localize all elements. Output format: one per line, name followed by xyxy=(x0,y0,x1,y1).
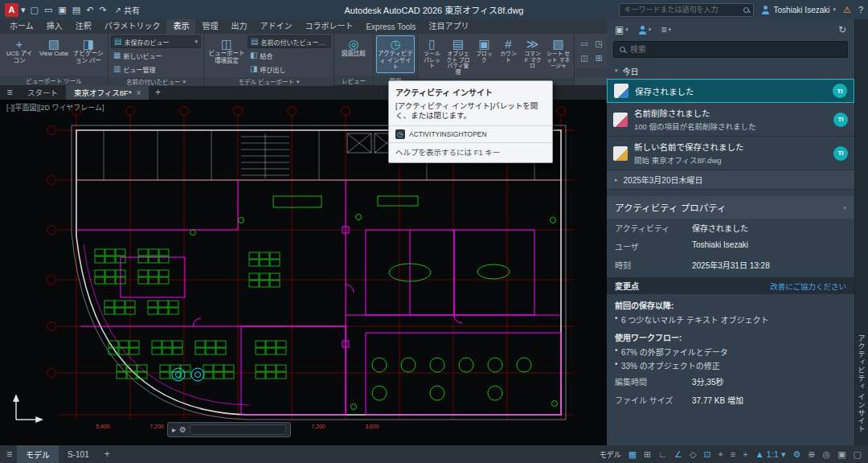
tab-view[interactable]: 表示 xyxy=(166,18,195,34)
tab-start[interactable]: スタート xyxy=(19,85,66,100)
ribbon-mini-icon[interactable]: ◳ xyxy=(592,37,605,50)
list-filter-icon[interactable]: ≡▾ xyxy=(661,24,671,35)
statusbar: ≡ モデル S-101 + モデル ▦ ⊞ ∟ ∠ ◇ ⊡ ⌖ ≡ + ▲ 1:… xyxy=(0,445,868,463)
ucs-icon-button[interactable]: +UCS アイコン xyxy=(2,35,36,66)
tool-palette-icon: ▯ xyxy=(428,37,435,51)
polar-icon[interactable]: ∠ xyxy=(674,449,682,460)
help-search-box[interactable] xyxy=(619,3,754,17)
tab-addins[interactable]: アドイン xyxy=(253,18,298,34)
app-menu-chevron-icon[interactable]: ▾ xyxy=(21,5,26,15)
user-filter-icon[interactable]: ▾ xyxy=(638,26,652,35)
count-button[interactable]: #カウント xyxy=(497,35,520,64)
tab-drawing[interactable]: 東京オフィス8F* × xyxy=(66,85,149,100)
palette-search-input[interactable] xyxy=(630,45,841,54)
properties-button[interactable]: ▤オブジェクト プロパティ管理 xyxy=(444,35,472,76)
undo-icon[interactable]: ↶ xyxy=(86,5,93,15)
named-viewport-dropdown[interactable]: ▤ 名前の付いたビューポート xyxy=(248,35,331,48)
help-search-input[interactable] xyxy=(624,6,739,14)
avatar: TI xyxy=(833,84,847,98)
join-viewport-button[interactable]: ◧ 結合 xyxy=(248,49,331,62)
palette-search-box[interactable] xyxy=(613,41,848,58)
viewport-config-button[interactable]: ◫ビューポート環境設定 xyxy=(207,35,247,66)
isodraft-icon[interactable]: ◇ xyxy=(690,449,696,460)
snap-icon[interactable]: ⊞ xyxy=(644,449,651,460)
command-macros-button[interactable]: ≫コマンド マクロ xyxy=(521,35,544,71)
tab-parametric[interactable]: パラメトリック xyxy=(98,18,167,34)
notification-icon[interactable]: ⚠ xyxy=(843,5,851,15)
tab-insert[interactable]: 挿入 xyxy=(40,18,69,34)
group-today[interactable]: ▾ 今日 xyxy=(607,63,854,79)
lineweight-icon[interactable]: ≡ xyxy=(731,449,735,459)
layout-menu-icon[interactable]: ≡ xyxy=(6,449,12,460)
new-view-button[interactable]: ▦ 新しいビュー xyxy=(111,49,201,62)
view-dropdown[interactable]: ▤ 未保存のビュー ▾ xyxy=(111,35,201,48)
activity-entry[interactable]: 名前削除されました 100 個の項目が名前削除されました TI xyxy=(607,103,854,137)
refresh-icon[interactable]: ↻ xyxy=(838,24,846,35)
palette-title-strip[interactable]: アクティビティ インサイト xyxy=(854,19,868,445)
date-group-row[interactable]: ▸ 2025年3月20日木曜日 xyxy=(607,170,854,190)
account-menu[interactable]: Toshiaki Isezaki ▾ xyxy=(761,6,836,14)
user-icon xyxy=(761,6,770,14)
annotation-scale[interactable]: ▲ 1:1 ▾ xyxy=(755,449,786,460)
activity-insight-button[interactable]: ◷アクティビティ インサイト xyxy=(376,35,415,73)
isolate-icon[interactable]: ◎ xyxy=(823,449,831,460)
activity-entry[interactable]: 保存されました TI xyxy=(607,79,854,103)
print-icon[interactable]: ▤ xyxy=(72,5,80,15)
command-chevron-icon[interactable]: ▸ xyxy=(172,425,176,434)
macro-icon: ≫ xyxy=(526,37,539,51)
new-file-icon[interactable]: ▢ xyxy=(31,5,39,15)
tab-home[interactable]: ホーム xyxy=(3,18,40,34)
viewcube-button[interactable]: ▧View Cube xyxy=(37,35,71,59)
tab-annotate[interactable]: 注釈 xyxy=(69,18,98,34)
workspace-gear-icon[interactable]: ⚙ xyxy=(792,449,800,460)
command-input[interactable] xyxy=(190,424,286,435)
file-tabs-menu-icon[interactable]: ≡ xyxy=(0,85,19,100)
restore-viewport-button[interactable]: ◨ 呼び出し xyxy=(248,63,331,76)
model-space-label[interactable]: モデル xyxy=(600,449,621,460)
annotation-monitor-icon[interactable]: ⊕ xyxy=(808,449,815,460)
open-file-icon[interactable]: ▭ xyxy=(44,5,52,15)
panel-named-views: ▤ 未保存のビュー ▾ ▦ 新しいビュー ▥ ビュー管理 名前の付いたビュー▾ xyxy=(108,34,204,85)
tab-layout-s101[interactable]: S-101 xyxy=(59,445,98,463)
tab-model[interactable]: モデル xyxy=(17,445,59,463)
ribbon-mini-icon[interactable]: ▭ xyxy=(578,37,591,50)
close-icon[interactable]: × xyxy=(137,88,141,97)
help-icon[interactable]: ? xyxy=(858,5,863,14)
customize-icon[interactable]: ⚙ xyxy=(179,425,186,434)
block-icon: ▣ xyxy=(478,37,489,51)
navigation-bar-button[interactable]: ◨ナビゲーション バー xyxy=(72,35,105,66)
hardware-icon[interactable]: ▣ xyxy=(837,449,845,460)
palette-view-icon[interactable]: ▣▾ xyxy=(615,24,628,35)
activity-entry[interactable]: 新しい名前で保存されました 開始 東京オフィス8F.dwg TI xyxy=(607,137,854,170)
share-button[interactable]: ↗ 共有 xyxy=(115,4,140,16)
feedback-link[interactable]: 改善にご協力ください xyxy=(770,281,846,292)
redo-icon[interactable]: ↷ xyxy=(99,5,106,15)
blocks-button[interactable]: ▣ブロック xyxy=(473,35,496,64)
drawing-compare-button[interactable]: ◎図面比較 xyxy=(337,35,371,59)
ribbon-mini-icon[interactable]: ⊞ xyxy=(592,51,605,64)
command-line[interactable]: ▸ ⚙ xyxy=(167,422,291,437)
tab-manage[interactable]: 管理 xyxy=(195,18,224,34)
save-icon[interactable]: ▣ xyxy=(58,5,66,15)
ribbon-mini-icon[interactable]: ◫ xyxy=(578,51,591,64)
tab-output[interactable]: 出力 xyxy=(224,18,253,34)
dynamic-input-icon[interactable]: + xyxy=(743,449,747,459)
tab-featured-apps[interactable]: 注目アプリ xyxy=(422,18,475,34)
tool-palettes-button[interactable]: ▯ツール パレット xyxy=(420,35,444,71)
clean-screen-icon[interactable]: ▢ xyxy=(854,449,862,460)
ortho-icon[interactable]: ∟ xyxy=(658,449,667,459)
collapse-chevron-icon[interactable]: » xyxy=(843,205,846,211)
tab-express-tools[interactable]: Express Tools xyxy=(359,21,422,34)
new-layout-button[interactable]: + xyxy=(98,449,117,460)
autocad-logo-icon[interactable]: A xyxy=(5,3,18,17)
new-drawing-button[interactable]: + xyxy=(149,85,166,100)
viewport-controls[interactable]: [-][平面図][2D ワイヤフレーム] xyxy=(6,102,104,113)
activity-properties-header[interactable]: アクティビティ プロパティ » xyxy=(607,196,854,219)
grid-icon[interactable]: ▦ xyxy=(628,449,637,460)
osnap-icon[interactable]: ⊡ xyxy=(703,449,710,460)
search-icon[interactable] xyxy=(743,7,749,13)
sheet-set-manager-button[interactable]: ▧シート セット マネージャ xyxy=(545,35,571,71)
otrack-icon[interactable]: ⌖ xyxy=(719,449,723,460)
view-manager-button[interactable]: ▥ ビュー管理 xyxy=(111,63,201,76)
tab-collaborate[interactable]: コラボレート xyxy=(298,18,359,34)
